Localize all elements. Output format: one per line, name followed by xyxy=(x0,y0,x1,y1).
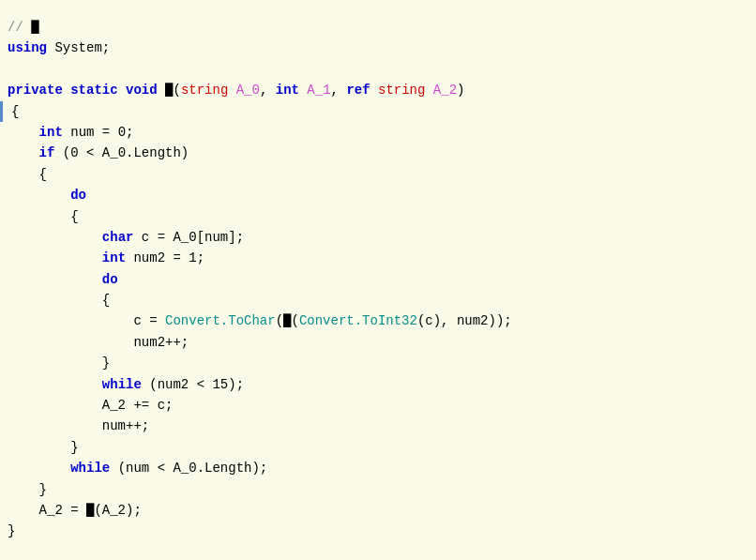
code-line-5: { xyxy=(0,101,756,122)
code-line-18: while (num2 < 15); xyxy=(0,374,756,395)
code-line-11: char c = A_0[num]; xyxy=(0,227,756,248)
keyword-void: void xyxy=(126,80,158,100)
code-line-1: // █ xyxy=(0,17,756,38)
keyword-int-2: int xyxy=(39,122,63,143)
method-convert-toint32: Convert.ToInt32 xyxy=(299,310,417,331)
keyword-while-1: while xyxy=(102,374,142,395)
code-line-15: c = Convert.ToChar(█(Convert.ToInt32(c),… xyxy=(0,310,756,331)
code-line-21: } xyxy=(0,437,756,458)
method-convert-tochar: Convert.ToChar xyxy=(165,310,276,331)
code-line-6: int num = 0; xyxy=(0,122,756,143)
code-line-13: do xyxy=(0,269,756,290)
type-string-2: string xyxy=(378,80,425,100)
keyword-int-3: int xyxy=(102,248,126,268)
code-line-8: { xyxy=(0,164,756,185)
code-line-12: int num2 = 1; xyxy=(0,248,756,268)
param-a1: A_1 xyxy=(307,80,330,100)
keyword-using: using xyxy=(8,38,47,58)
code-line-14: { xyxy=(0,290,756,310)
keyword-static: static xyxy=(70,80,117,100)
keyword-if: if xyxy=(39,143,55,163)
keyword-private: private xyxy=(8,80,63,100)
code-line-9: do xyxy=(0,185,756,205)
code-line-17: } xyxy=(0,353,756,373)
keyword-do-2: do xyxy=(102,269,118,290)
code-line-23: } xyxy=(0,479,756,500)
code-line-3 xyxy=(0,59,756,80)
code-line-4: private static void █(string A_0, int A_… xyxy=(0,80,756,100)
param-a2: A_2 xyxy=(433,80,457,100)
code-line-24: A_2 = █(A_2); xyxy=(0,500,756,521)
code-line-10: { xyxy=(0,206,756,227)
comment-text: // xyxy=(8,17,31,38)
keyword-ref: ref xyxy=(346,80,370,100)
code-editor: // █ using System; private static void █… xyxy=(0,9,756,550)
keyword-char: char xyxy=(102,227,134,248)
code-line-19: A_2 += c; xyxy=(0,395,756,416)
line-marker xyxy=(0,101,3,122)
keyword-while-2: while xyxy=(70,458,110,478)
keyword-do-1: do xyxy=(70,185,86,205)
code-line-16: num2++; xyxy=(0,332,756,353)
code-line-22: while (num < A_0.Length); xyxy=(0,458,756,478)
param-a0: A_0 xyxy=(236,80,260,100)
code-line-25: } xyxy=(0,521,756,541)
code-line-7: if (0 < A_0.Length) xyxy=(0,143,756,163)
keyword-int-1: int xyxy=(276,80,299,100)
code-line-2: using System; xyxy=(0,38,756,58)
code-line-20: num++; xyxy=(0,416,756,436)
type-string-1: string xyxy=(181,80,228,100)
